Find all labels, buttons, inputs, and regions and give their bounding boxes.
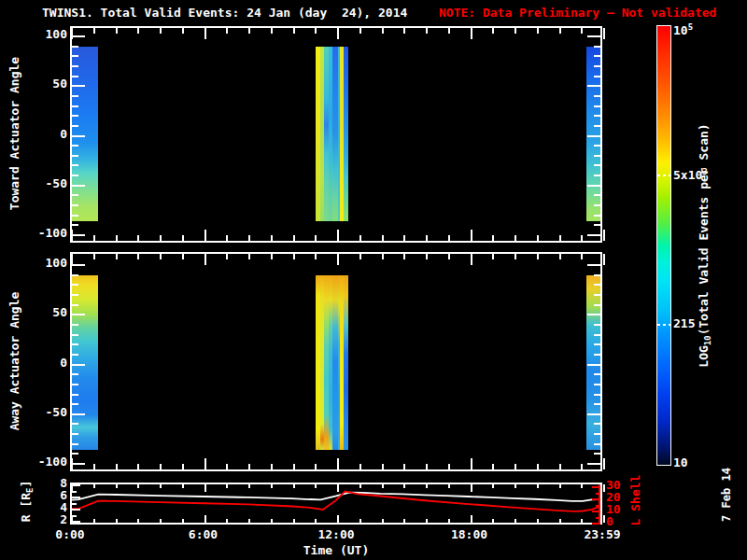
axis-tick <box>72 35 85 37</box>
axis-tick <box>471 230 472 241</box>
axis-tick <box>492 519 494 523</box>
tick-label: 50 <box>24 305 67 319</box>
axis-tick <box>594 46 600 48</box>
axis-tick <box>182 464 184 469</box>
axis-tick <box>592 511 600 512</box>
axis-tick <box>271 254 273 259</box>
tick-label: 100 <box>24 256 67 270</box>
axis-tick <box>426 484 428 488</box>
preliminary-note: NOTE: Data Preliminary – Not validated <box>439 6 716 20</box>
axis-tick <box>72 503 77 505</box>
axis-tick <box>594 343 600 345</box>
axis-tick <box>72 314 85 315</box>
axis-tick <box>204 484 206 492</box>
axis-tick <box>337 254 339 265</box>
away-heatmap-bands <box>72 254 600 469</box>
axis-tick <box>204 254 206 265</box>
axis-tick <box>514 28 516 34</box>
axis-tick <box>72 135 85 137</box>
axis-tick <box>537 484 539 488</box>
axis-tick <box>160 484 162 488</box>
axis-tick <box>592 486 600 488</box>
axis-tick <box>587 413 600 415</box>
axis-tick <box>93 464 95 469</box>
axis-tick <box>248 235 250 241</box>
axis-tick <box>603 230 605 241</box>
axis-tick <box>587 135 600 137</box>
axis-tick <box>160 464 162 469</box>
axis-tick <box>72 76 78 77</box>
axis-tick <box>426 28 428 34</box>
axis-tick <box>426 464 428 469</box>
axis-tick <box>72 204 78 206</box>
axis-tick <box>594 294 600 296</box>
axis-tick <box>72 334 78 336</box>
axis-tick <box>492 464 494 469</box>
axis-tick <box>226 484 228 488</box>
axis-tick <box>204 458 206 469</box>
axis-tick <box>72 521 80 523</box>
colorbar-top-label: 105 <box>673 22 693 37</box>
tick-label: 100 <box>24 27 67 41</box>
axis-tick <box>514 484 516 488</box>
axis-tick <box>182 254 184 259</box>
axis-tick <box>337 515 339 523</box>
axis-tick <box>72 294 78 296</box>
axis-tick <box>72 85 85 87</box>
tick-label: 0 <box>606 514 643 528</box>
axis-tick <box>594 423 600 425</box>
axis-tick <box>471 515 472 523</box>
axis-tick <box>448 235 450 241</box>
axis-tick <box>359 254 361 259</box>
axis-tick <box>204 230 206 241</box>
axis-tick <box>594 274 600 276</box>
date-stamp: 7 Feb 14 <box>719 448 734 541</box>
axis-tick <box>471 28 472 39</box>
axis-tick <box>72 95 78 97</box>
axis-tick <box>315 254 317 259</box>
axis-tick <box>448 464 450 469</box>
axis-tick <box>182 519 184 523</box>
axis-tick <box>315 484 317 488</box>
axis-tick <box>594 95 600 97</box>
axis-tick <box>248 464 250 469</box>
axis-tick <box>72 224 78 226</box>
axis-tick <box>594 334 600 336</box>
axis-tick <box>72 354 78 356</box>
axis-tick <box>594 115 600 117</box>
axis-tick <box>382 235 384 241</box>
axis-tick <box>72 234 85 236</box>
axis-tick <box>359 28 361 34</box>
axis-tick <box>137 519 139 523</box>
axis-tick <box>594 224 600 226</box>
axis-tick <box>271 484 273 488</box>
axis-tick <box>581 254 583 259</box>
l-shell-line <box>72 491 600 511</box>
axis-tick <box>226 464 228 469</box>
axis-tick <box>382 484 384 488</box>
colorbar-bottom-label: 10 <box>673 455 688 469</box>
axis-tick <box>72 384 78 385</box>
axis-tick <box>514 519 516 523</box>
tick-label: 23:59 <box>565 527 640 541</box>
colorbar-dash-low <box>657 324 670 326</box>
axis-tick <box>537 235 539 241</box>
axis-tick <box>594 394 600 396</box>
axis-tick <box>226 254 228 259</box>
axis-tick <box>492 254 494 259</box>
orbit-line-chart <box>72 484 600 523</box>
axis-tick <box>594 175 600 176</box>
axis-tick <box>587 35 600 37</box>
axis-tick <box>594 384 600 385</box>
toward-y-axis-label: Toward Actuator Angle <box>7 21 22 245</box>
axis-tick <box>72 364 85 366</box>
axis-tick <box>137 484 139 488</box>
axis-tick <box>337 458 339 469</box>
axis-tick <box>594 453 600 455</box>
axis-tick <box>72 509 80 511</box>
axis-tick <box>492 484 494 488</box>
colorbar-dash-mid <box>657 175 670 176</box>
axis-tick <box>581 519 583 523</box>
axis-tick <box>587 185 600 187</box>
axis-tick <box>587 85 600 87</box>
